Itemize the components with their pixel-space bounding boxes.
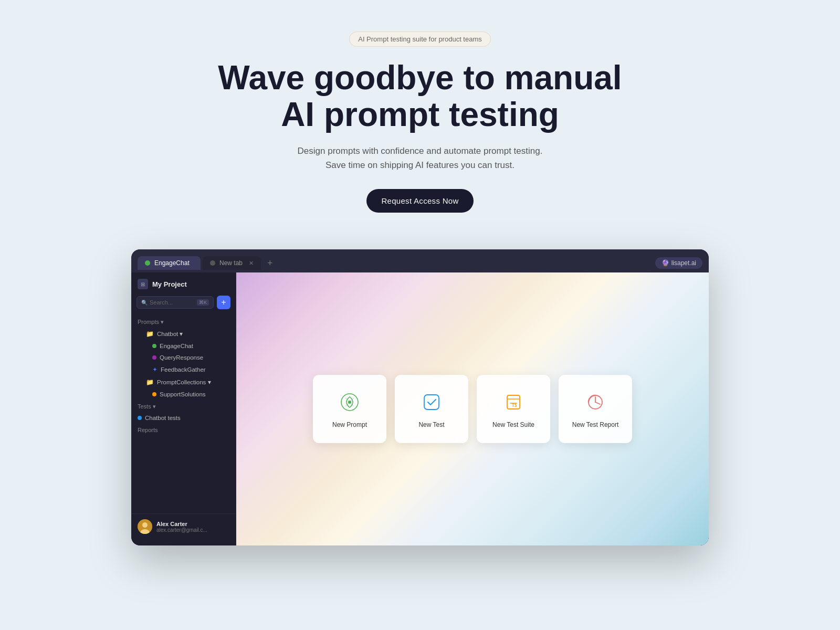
main-content: New Prompt New Test <box>236 272 709 545</box>
sidebar-add-button[interactable]: + <box>217 296 230 309</box>
user-avatar <box>138 519 152 534</box>
new-prompt-icon <box>337 390 362 415</box>
new-test-report-icon <box>583 390 608 415</box>
tab-engage-chat-label: EngageChat <box>154 259 190 267</box>
chatbot-folder-label: Chatbot ▾ <box>157 330 183 338</box>
prompt-collections-label: PromptCollections ▾ <box>157 379 211 386</box>
sidebar-item-query-response[interactable]: QueryResponse <box>131 352 236 363</box>
new-test-card[interactable]: New Test <box>395 375 468 443</box>
prompt-collections-folder-icon: 📁 <box>146 379 154 386</box>
sidebar: ⊞ My Project 🔍 Search... ⌘K + Prompts ▾ <box>131 272 236 545</box>
dot-orange-icon <box>152 392 156 396</box>
engage-chat-label: EngageChat <box>160 343 193 349</box>
tab-add-button[interactable]: + <box>263 258 277 269</box>
new-test-suite-card[interactable]: TS New Test Suite <box>477 375 550 443</box>
user-info: Alex Carter alex.carter@gmail.c... <box>156 521 207 533</box>
new-test-label: New Test <box>418 421 444 428</box>
tab-engage-chat[interactable]: EngageChat <box>138 256 201 270</box>
sidebar-item-feedback-gather[interactable]: ✦ FeedbackGather <box>131 363 236 376</box>
folder-icon: 📁 <box>146 330 154 338</box>
support-solutions-label: SupportSolutions <box>160 391 206 397</box>
new-prompt-label: New Prompt <box>332 421 367 428</box>
tab-inactive-dot <box>210 260 215 266</box>
sidebar-logo-icon: ⊞ <box>138 279 148 289</box>
hero-section: AI Prompt testing suite for product team… <box>184 0 656 234</box>
hero-badge: AI Prompt testing suite for product team… <box>349 32 491 47</box>
sidebar-search-box[interactable]: 🔍 Search... ⌘K <box>136 296 214 309</box>
avatar-svg <box>138 519 152 534</box>
app-body: ⊞ My Project 🔍 Search... ⌘K + Prompts ▾ <box>131 272 709 545</box>
user-email: alex.carter@gmail.c... <box>156 527 207 533</box>
dot-green-icon <box>152 344 156 348</box>
report-icon-svg <box>584 391 607 414</box>
new-test-suite-icon: TS <box>501 390 526 415</box>
tab-new-tab-label: New tab <box>219 259 243 267</box>
sidebar-spacer <box>131 435 236 513</box>
sidebar-search-row: 🔍 Search... ⌘K + <box>136 296 230 309</box>
test-suite-icon-svg: TS <box>502 391 525 414</box>
tests-section-label[interactable]: Tests ▾ <box>131 400 236 412</box>
add-button-label: + <box>221 298 226 307</box>
app-screenshot: EngageChat New tab ✕ + 🔮 lisapet.ai ⊞ My… <box>131 249 709 545</box>
sidebar-item-support-solutions[interactable]: SupportSolutions <box>131 388 236 400</box>
svg-rect-4 <box>424 395 439 410</box>
hero-title-line1: Wave goodbye to manual <box>218 59 622 97</box>
svg-point-1 <box>142 522 148 528</box>
search-placeholder-text: Search... <box>150 299 173 306</box>
tab-bar-right: 🔮 lisapet.ai <box>655 257 702 269</box>
tab-new-tab[interactable]: New tab ✕ <box>203 256 261 270</box>
sidebar-prompt-collections-folder[interactable]: 📁 PromptCollections ▾ <box>131 376 236 388</box>
tab-bar: EngageChat New tab ✕ + 🔮 lisapet.ai <box>131 249 709 272</box>
chatbot-tests-label: Chatbot tests <box>145 415 181 421</box>
sidebar-user[interactable]: Alex Carter alex.carter@gmail.c... <box>131 513 236 539</box>
query-response-label: QueryResponse <box>160 354 203 361</box>
plus-icon: ✦ <box>152 366 158 373</box>
new-test-report-card[interactable]: New Test Report <box>559 375 632 443</box>
tab-close-icon[interactable]: ✕ <box>249 260 254 267</box>
tab-active-dot <box>145 260 150 266</box>
app-frame: EngageChat New tab ✕ + 🔮 lisapet.ai ⊞ My… <box>131 249 709 545</box>
sidebar-project-name: My Project <box>152 280 187 288</box>
feedback-gather-label: FeedbackGather <box>161 366 206 373</box>
sidebar-item-engage-chat[interactable]: EngageChat <box>131 340 236 352</box>
new-test-report-label: New Test Report <box>572 421 618 428</box>
sidebar-item-chatbot-tests[interactable]: Chatbot tests <box>131 412 236 424</box>
cards-container: New Prompt New Test <box>236 272 709 545</box>
prompts-section-label[interactable]: Prompts ▾ <box>131 316 236 328</box>
new-prompt-card[interactable]: New Prompt <box>313 375 386 443</box>
hero-title: Wave goodbye to manual AI prompt testing <box>194 59 646 133</box>
request-access-button[interactable]: Request Access Now <box>366 189 473 213</box>
sidebar-header: ⊞ My Project <box>131 279 236 296</box>
user-name: Alex Carter <box>156 521 207 527</box>
new-test-suite-label: New Test Suite <box>492 421 534 428</box>
user-badge: 🔮 lisapet.ai <box>655 257 702 269</box>
dot-purple-icon <box>152 355 156 360</box>
new-test-icon <box>419 390 444 415</box>
sidebar-chatbot-folder[interactable]: 📁 Chatbot ▾ <box>131 328 236 340</box>
search-icon: 🔍 <box>141 300 148 306</box>
test-icon-svg <box>420 391 443 414</box>
search-kbd-shortcut: ⌘K <box>197 299 209 306</box>
hero-title-line2: AI prompt testing <box>281 96 559 133</box>
svg-text:TS: TS <box>512 403 517 408</box>
reports-section-label[interactable]: Reports <box>131 424 236 435</box>
dot-blue-icon <box>138 416 142 420</box>
hero-subtitle: Design prompts with confidence and autom… <box>194 144 646 172</box>
openai-icon-svg <box>338 391 361 414</box>
